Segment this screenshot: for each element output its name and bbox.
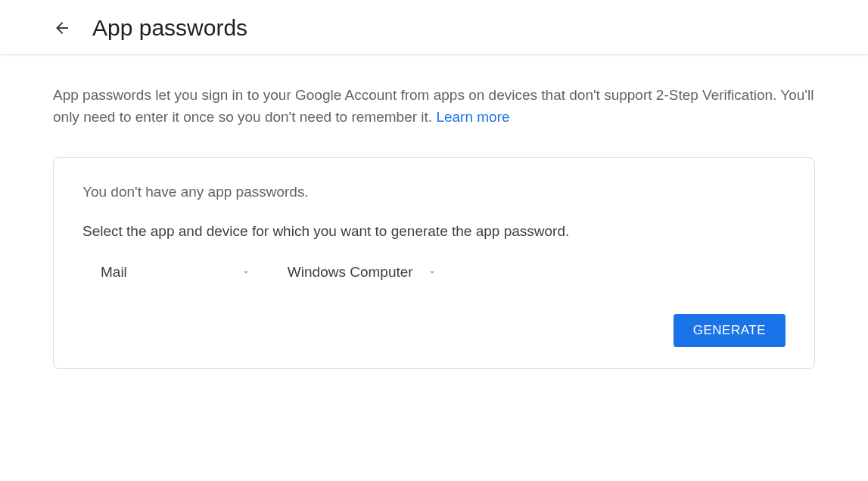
generate-button[interactable]: GENERATE — [674, 314, 786, 347]
content-area: App passwords let you sign in to your Go… — [0, 55, 868, 369]
back-arrow-icon[interactable] — [53, 19, 71, 37]
actions-row: GENERATE — [82, 314, 786, 347]
description-body: App passwords let you sign in to your Go… — [53, 87, 814, 125]
dropdown-icon — [241, 267, 251, 278]
page-title: App passwords — [92, 15, 247, 41]
learn-more-link[interactable]: Learn more — [436, 109, 509, 125]
description-text: App passwords let you sign in to your Go… — [53, 84, 815, 129]
app-select-value: Mail — [101, 264, 127, 281]
dropdown-icon — [427, 267, 437, 278]
app-select[interactable]: Mail — [101, 264, 251, 281]
app-passwords-card: You don't have any app passwords. Select… — [53, 157, 815, 369]
empty-state-text: You don't have any app passwords. — [82, 184, 786, 200]
device-select[interactable]: Windows Computer — [288, 264, 437, 281]
selects-row: Mail Windows Computer — [82, 264, 786, 281]
instruction-text: Select the app and device for which you … — [82, 223, 786, 240]
device-select-value: Windows Computer — [288, 264, 413, 281]
page-header: App passwords — [0, 0, 868, 55]
